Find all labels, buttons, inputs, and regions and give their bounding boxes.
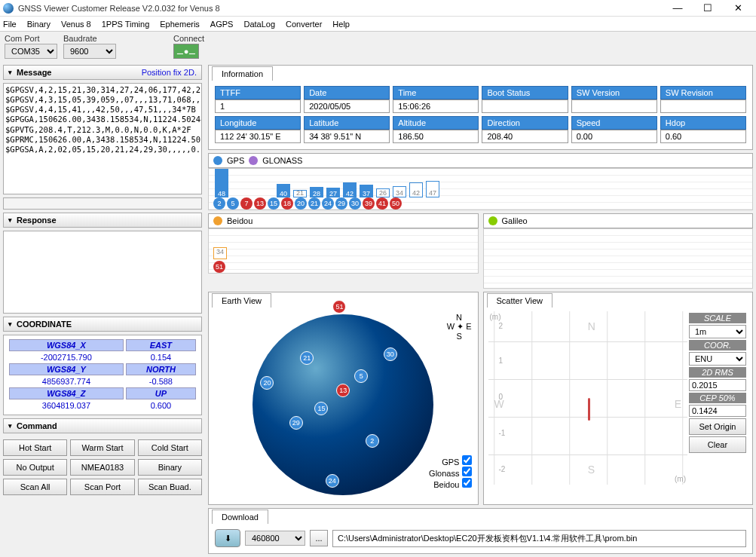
coordinate-header[interactable]: ▾ COORDINATE [3,317,202,332]
hot-start-button[interactable]: Hot Start [3,439,67,456]
no-output-button[interactable]: No Output [3,459,67,476]
tab-download[interactable]: Download [212,510,268,524]
tab-earth-view[interactable]: Earth View [212,293,271,308]
sat-badge: 7 [240,197,253,210]
scatter-plot: (m) (m) N S W E 2 1 0 -1 -2 [488,311,688,485]
scatter-controls: SCALE 1m COOR. ENU 2D RMS 0.2015 CEP 50%… [687,311,748,485]
message-log[interactable]: $GPGSV,4,2,15,21,30,314,27,24,06,177,42,… [3,83,202,194]
snr-bar: 42 [343,182,357,197]
collapse-icon: ▾ [8,320,12,328]
maximize-button[interactable]: ☐ [693,2,723,14]
minimize-button[interactable]: — [663,2,693,14]
response-log[interactable] [3,231,202,314]
message-scrollbar[interactable] [3,197,202,210]
menu-binary[interactable]: Binary [27,20,51,29]
earth-sat: 13 [336,384,350,397]
galileo-dot-icon [488,216,497,225]
beidou-bar: 34 [213,247,227,259]
menu-help[interactable]: Help [332,20,350,29]
close-button[interactable]: ✕ [723,2,753,14]
collapse-icon: ▾ [8,216,12,224]
info-hdop: Hdop0.60 [660,116,746,143]
clear-button[interactable]: Clear [689,436,746,453]
galileo-panel: Galileo [483,213,754,289]
sat-badge: 18 [281,197,293,210]
compass-icon: N W ✦ E S [447,313,472,341]
tab-information[interactable]: Information [212,66,273,81]
menubar: FileBinaryVenus 81PPS TimingEphemerisAGP… [0,17,756,32]
menu-file[interactable]: File [3,20,17,29]
sat-badge: 15 [268,197,280,210]
response-header[interactable]: ▾ Response [3,213,202,228]
beidou-dot-icon [213,216,222,225]
menu-venus-8[interactable]: Venus 8 [61,20,91,29]
scan-all-button[interactable]: Scan All [3,479,67,495]
snr-bar: 48 [215,169,228,197]
menu-ephemeris[interactable]: Ephemeris [160,20,200,29]
download-baud-select[interactable]: 460800 [245,531,305,546]
scale-select[interactable]: 1m [689,325,746,338]
command-header[interactable]: ▾ Command [3,418,202,433]
comport-select[interactable]: COM35 [5,44,57,59]
snr-bar: 34 [393,186,406,197]
earth-sat: 29 [289,416,303,430]
info-sw-revision: SW Revision [660,86,746,113]
download-panel: Download ⬇ 460800 ... C:\Users\Administr… [208,508,753,554]
information-panel: Information TTFF1Date2020/05/05Time15:06… [208,65,753,150]
app-icon [3,3,14,14]
snr-bar: 37 [360,185,373,197]
gps-dot-icon [213,156,222,165]
nmea0183-button[interactable]: NMEA0183 [70,459,134,476]
menu-datalog[interactable]: DataLog [243,20,275,29]
menu-converter[interactable]: Converter [286,20,322,29]
earth-sat: 15 [314,402,328,415]
earth-legend: GPS Glonass Beidou [429,455,471,489]
beidou-checkbox[interactable] [462,478,472,488]
gps-glonass-panel: GPS GLONASS 4840212827423726344247 25713… [208,153,753,210]
info-speed: Speed0.00 [571,116,657,143]
info-ttff: TTFF1 [215,86,301,113]
tab-scatter-view[interactable]: Scatter View [487,293,553,308]
earth-sat: 2 [366,434,379,448]
sat-badge: 20 [295,197,307,210]
info-sw-version: SW Version [571,86,657,113]
browse-button[interactable]: ... [310,530,328,546]
fix-status: Position fix 2D. [142,68,197,77]
binary-button[interactable]: Binary [138,459,202,476]
menu-1pps-timing[interactable]: 1PPS Timing [102,20,150,29]
sat-badge: 39 [363,197,375,210]
set-origin-button[interactable]: Set Origin [689,418,746,435]
collapse-icon: ▾ [8,69,12,76]
scan-buad--button[interactable]: Scan Buad. [138,479,202,495]
coor-select[interactable]: ENU [689,352,746,366]
command-grid: Hot StartWarm StartCold StartNo OutputNM… [3,436,202,498]
snr-bar: 26 [376,188,390,197]
glonass-checkbox[interactable] [462,467,472,476]
snr-bar: 21 [293,190,307,197]
info-time: Time15:06:26 [393,86,479,113]
sat-badge: 24 [322,197,334,210]
scan-port-button[interactable]: Scan Port [70,479,134,495]
titlebar: GNSS Viewer Customer Release V2.0.032 fo… [0,0,756,17]
message-header[interactable]: ▾ Message Position fix 2D. [3,65,202,80]
info-longitude: Longitude112 24' 30.15" E [215,116,301,143]
earth-sat: 24 [326,474,339,488]
earth-globe: 512130513201529224 [253,314,433,495]
download-button[interactable]: ⬇ [215,529,240,547]
gps-checkbox[interactable] [462,455,472,465]
beidou-sat: 51 [213,261,225,273]
sat-badge: 41 [376,197,388,210]
info-altitude: Altitude186.50 [393,116,479,143]
sat-badge: 13 [254,197,266,210]
collapse-icon: ▾ [8,422,12,430]
sat-badge: 29 [335,197,347,210]
earth-sat: 20 [260,376,274,390]
snr-bar: 27 [326,188,340,197]
cold-start-button[interactable]: Cold Start [138,439,202,456]
info-direction: Direction208.40 [482,116,568,143]
cep-value: 0.1424 [689,405,746,417]
menu-agps[interactable]: AGPS [210,20,234,29]
connect-button[interactable]: ⚊●⚊ [173,44,199,59]
baudrate-select[interactable]: 9600 [63,44,116,59]
warm-start-button[interactable]: Warm Start [70,439,134,456]
